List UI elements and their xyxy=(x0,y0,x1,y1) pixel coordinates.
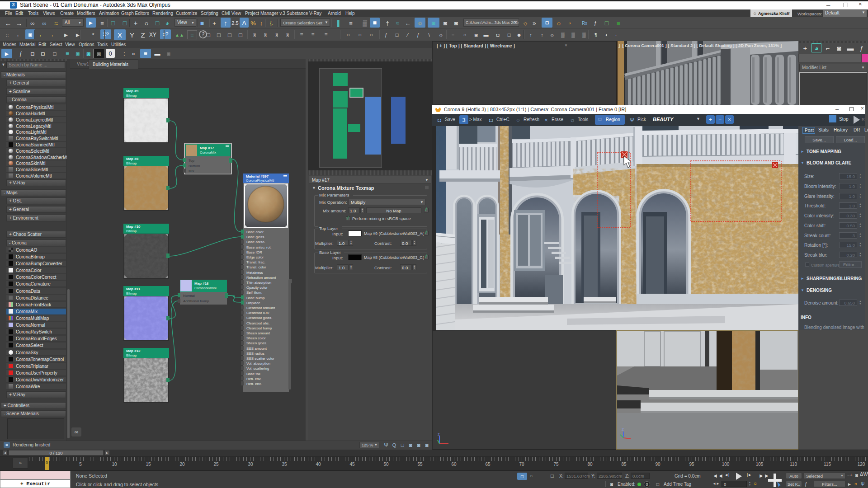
svg-text:Map #10: Map #10 xyxy=(126,225,141,229)
svg-text:Vol. absorption: Vol. absorption xyxy=(246,361,270,366)
svg-text:Map #16: Map #16 xyxy=(194,282,209,286)
svg-text:Base gloss.: Base gloss. xyxy=(246,235,265,239)
svg-text:Refr. env.: Refr. env. xyxy=(246,382,262,386)
svg-text:Bitmap: Bitmap xyxy=(126,94,137,98)
svg-text:Map #9: Map #9 xyxy=(126,89,139,93)
svg-text:Bitmap: Bitmap xyxy=(126,291,137,296)
svg-text:Base aniso.: Base aniso. xyxy=(246,240,265,244)
svg-text:Displace: Displace xyxy=(246,301,260,305)
svg-text:Base aniso. rot.: Base aniso. rot. xyxy=(246,245,272,249)
svg-text:Mix: Mix xyxy=(189,169,194,173)
svg-text:Base IOR: Base IOR xyxy=(246,250,262,254)
svg-text:CoronaNormal: CoronaNormal xyxy=(194,286,217,290)
svg-text:Map #11: Map #11 xyxy=(126,287,141,291)
svg-text:CoronaMix: CoronaMix xyxy=(200,150,217,155)
svg-text:SSS radius: SSS radius xyxy=(246,352,264,356)
svg-text:Base bump: Base bump xyxy=(246,296,265,300)
svg-text:Transl. color: Transl. color xyxy=(246,265,266,269)
svg-text:Map #8: Map #8 xyxy=(126,157,139,161)
svg-text:Sheen color: Sheen color xyxy=(246,336,266,340)
svg-text:Bitmap: Bitmap xyxy=(126,161,137,165)
svg-text:Edge color: Edge color xyxy=(246,255,264,259)
svg-text:Metalness: Metalness xyxy=(246,271,263,275)
svg-text:Normal: Normal xyxy=(183,294,195,298)
svg-text:Map #12: Map #12 xyxy=(126,349,141,353)
svg-text:SSS amount: SSS amount xyxy=(246,347,267,351)
svg-text:Clearcoat gloss.: Clearcoat gloss. xyxy=(246,316,272,320)
svg-text:Bitmap: Bitmap xyxy=(126,353,137,357)
svg-text:Refl. env.: Refl. env. xyxy=(246,377,261,381)
svg-text:Base color: Base color xyxy=(246,230,264,234)
svg-text:Bottom: Bottom xyxy=(189,164,200,168)
svg-text:Clearcoat IOR: Clearcoat IOR xyxy=(246,311,269,315)
svg-text:Sheen amount: Sheen amount xyxy=(246,331,270,335)
svg-text:Map #17: Map #17 xyxy=(200,146,214,150)
svg-text:Additional bump: Additional bump xyxy=(183,299,209,303)
svg-text:SSS scatter color: SSS scatter color xyxy=(246,357,274,361)
svg-text:Clearcoat abs.: Clearcoat abs. xyxy=(246,321,270,325)
svg-text:Transl. frac.: Transl. frac. xyxy=(246,260,265,264)
svg-text:Z: Z xyxy=(438,433,440,436)
svg-text:Z: Z xyxy=(622,427,624,432)
svg-text:Base tail: Base tail xyxy=(246,372,260,376)
svg-text:Self-illum.: Self-illum. xyxy=(246,291,262,295)
svg-text:Clearcoat amount: Clearcoat amount xyxy=(246,306,275,310)
svg-text:Material #397: Material #397 xyxy=(246,174,269,178)
svg-text:Thin absorption: Thin absorption xyxy=(246,281,271,285)
svg-text:Sheen gloss.: Sheen gloss. xyxy=(246,341,267,345)
svg-text:Vol. scattering: Vol. scattering xyxy=(246,366,269,371)
svg-text:Opacity color: Opacity color xyxy=(246,286,268,290)
svg-text:CoronaPhysicalMtl: CoronaPhysicalMtl xyxy=(246,178,274,183)
svg-text:Top: Top xyxy=(189,159,194,163)
svg-text:Bitmap: Bitmap xyxy=(126,229,137,233)
svg-text:Refraction amount: Refraction amount xyxy=(246,276,276,280)
svg-text:Clearcoat bump: Clearcoat bump xyxy=(246,326,272,330)
